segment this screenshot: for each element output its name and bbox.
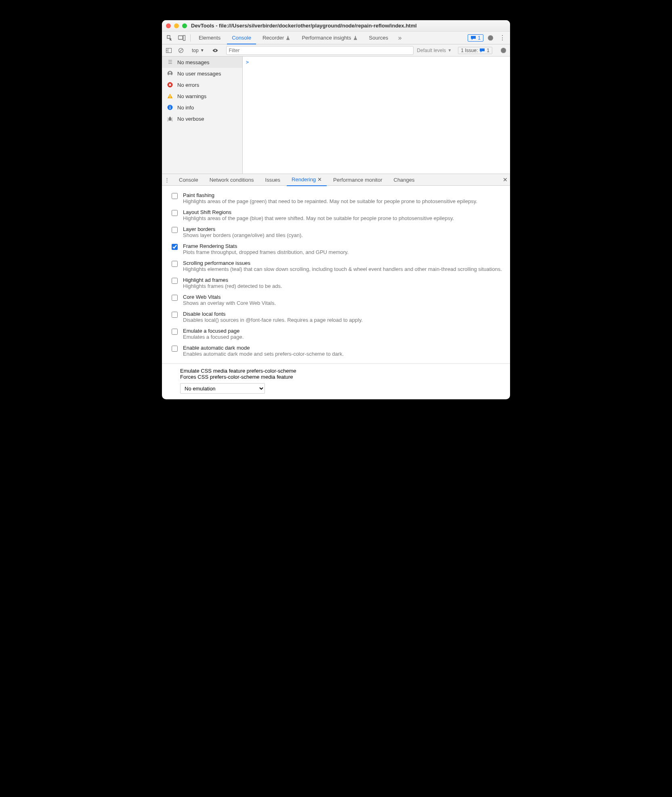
tab-console[interactable]: Console: [227, 31, 256, 44]
checkbox-frame-rendering-stats[interactable]: [172, 244, 178, 250]
option-description: Shows layer borders (orange/olive) and t…: [183, 232, 303, 238]
sidebar-toggle-icon[interactable]: [164, 46, 173, 55]
sidebar-label: No messages: [177, 59, 209, 65]
tab-recorder[interactable]: Recorder: [258, 31, 295, 44]
close-window-button[interactable]: [166, 23, 171, 28]
option-core-web-vitals: Core Web Vitals Shows an overlay with Co…: [170, 292, 502, 308]
zoom-window-button[interactable]: [182, 23, 187, 28]
sidebar-item-verbose[interactable]: No verbose: [162, 113, 242, 124]
sidebar-item-messages[interactable]: ☰ No messages: [162, 57, 242, 68]
filter-wrapper: [226, 46, 414, 55]
option-description: Forces CSS prefers-color-scheme media fe…: [180, 374, 502, 380]
issues-button[interactable]: 1 Issue: 1: [458, 47, 492, 54]
option-description: Disables local() sources in @font-face r…: [183, 317, 363, 323]
tab-perf-insights-label: Performance insights: [302, 35, 351, 41]
option-description: Highlights areas of the page (green) tha…: [183, 198, 477, 204]
live-expression-icon[interactable]: [211, 46, 220, 55]
user-icon: [167, 70, 173, 77]
svg-point-15: [169, 117, 171, 118]
levels-label: Default levels: [417, 48, 446, 53]
checkbox-disable-local-fonts[interactable]: [172, 312, 178, 318]
checkbox-paint-flashing[interactable]: [172, 193, 178, 199]
option-highlight-ad-frames: Highlight ad frames Highlights frames (r…: [170, 275, 502, 292]
more-options-icon[interactable]: ⋮: [497, 33, 508, 43]
console-prompt: >: [246, 59, 249, 65]
svg-rect-12: [170, 107, 170, 109]
context-label: top: [192, 48, 199, 53]
minimize-window-button[interactable]: [174, 23, 179, 28]
checkbox-scrolling-performance[interactable]: [172, 261, 178, 267]
sidebar-label: No info: [177, 105, 194, 111]
option-title: Paint flashing: [183, 192, 477, 198]
svg-line-5: [179, 49, 183, 52]
option-paint-flashing: Paint flashing Highlights areas of the p…: [170, 190, 502, 207]
option-title: Highlight ad frames: [183, 277, 282, 283]
device-toolbar-icon[interactable]: [176, 33, 187, 43]
messages-badge[interactable]: 1: [468, 34, 483, 42]
devtools-window: DevTools - file:///Users/silverbirder/do…: [162, 20, 510, 399]
more-tabs-icon[interactable]: »: [395, 33, 405, 43]
inspect-element-icon[interactable]: [164, 33, 175, 43]
filter-input[interactable]: [226, 46, 414, 55]
option-description: Emulates a focused page.: [183, 334, 244, 340]
sidebar-label: No verbose: [177, 116, 204, 122]
flask-icon: [286, 36, 290, 40]
settings-gear-icon[interactable]: [485, 33, 496, 43]
close-icon[interactable]: ✕: [317, 176, 322, 182]
chevron-down-icon: ▼: [200, 48, 204, 52]
checkbox-automatic-dark-mode[interactable]: [172, 346, 178, 352]
svg-rect-9: [170, 95, 170, 97]
sidebar-item-errors[interactable]: No errors: [162, 79, 242, 90]
message-icon: [470, 36, 476, 40]
console-settings-gear-icon[interactable]: [499, 46, 508, 55]
checkbox-ad-frames[interactable]: [172, 278, 178, 284]
option-frame-rendering-stats: Frame Rendering Stats Plots frame throug…: [170, 241, 502, 258]
svg-rect-10: [170, 97, 170, 98]
tab-performance-insights[interactable]: Performance insights: [297, 31, 362, 44]
tab-elements[interactable]: Elements: [194, 31, 225, 44]
drawer-tab-rendering-label: Rendering: [292, 176, 316, 182]
drawer-tab-network-conditions[interactable]: Network conditions: [205, 174, 259, 186]
option-description: Plots frame throughput, dropped frames d…: [183, 249, 349, 255]
option-description: Shows an overlay with Core Web Vitals.: [183, 300, 276, 306]
drawer-tab-changes[interactable]: Changes: [389, 174, 420, 186]
option-description: Highlights areas of the page (blue) that…: [183, 215, 454, 221]
list-icon: ☰: [167, 59, 173, 65]
rendering-panel: Paint flashing Highlights areas of the p…: [162, 186, 510, 399]
checkbox-emulate-focused-page[interactable]: [172, 329, 178, 335]
sidebar-item-info[interactable]: No info: [162, 102, 242, 113]
drawer-more-icon[interactable]: ⋮: [164, 177, 172, 183]
sidebar-item-user-messages[interactable]: No user messages: [162, 68, 242, 79]
checkbox-core-web-vitals[interactable]: [172, 295, 178, 301]
option-automatic-dark-mode: Enable automatic dark mode Enables autom…: [170, 342, 502, 359]
option-disable-local-fonts: Disable local fonts Disables local() sou…: [170, 308, 502, 325]
option-title: Emulate CSS media feature prefers-color-…: [180, 368, 502, 374]
option-layer-borders: Layer borders Shows layer borders (orang…: [170, 224, 502, 241]
drawer-tab-performance-monitor[interactable]: Performance monitor: [328, 174, 387, 186]
option-title: Scrolling performance issues: [183, 260, 502, 266]
info-icon: [167, 104, 173, 111]
issues-label: 1 Issue:: [461, 48, 478, 53]
console-output[interactable]: >: [243, 57, 510, 174]
svg-point-7: [169, 72, 171, 73]
drawer-tab-rendering[interactable]: Rendering ✕: [287, 174, 327, 186]
drawer-tab-console[interactable]: Console: [174, 174, 203, 186]
clear-console-icon[interactable]: [176, 46, 185, 55]
main-tabbar: Elements Console Recorder Performance in…: [162, 31, 510, 44]
option-title: Layout Shift Regions: [183, 209, 454, 215]
drawer-tab-issues[interactable]: Issues: [260, 174, 286, 186]
log-levels-selector[interactable]: Default levels ▼: [417, 48, 452, 53]
tab-recorder-label: Recorder: [262, 35, 284, 41]
checkbox-layer-borders[interactable]: [172, 227, 178, 233]
select-prefers-color-scheme[interactable]: No emulation: [180, 383, 265, 394]
window-title: DevTools - file:///Users/silverbirder/do…: [191, 23, 417, 29]
option-description: Enables automatic dark mode and sets pre…: [183, 351, 344, 357]
tab-sources[interactable]: Sources: [364, 31, 393, 44]
drawer-close-icon[interactable]: ✕: [503, 176, 508, 183]
option-title: Disable local fonts: [183, 311, 363, 317]
issues-count: 1: [487, 48, 489, 53]
console-toolbar: top ▼ Default levels ▼ 1 Issue: 1: [162, 44, 510, 57]
checkbox-layout-shift[interactable]: [172, 210, 178, 216]
execution-context-selector[interactable]: top ▼: [192, 48, 204, 53]
sidebar-item-warnings[interactable]: No warnings: [162, 90, 242, 102]
